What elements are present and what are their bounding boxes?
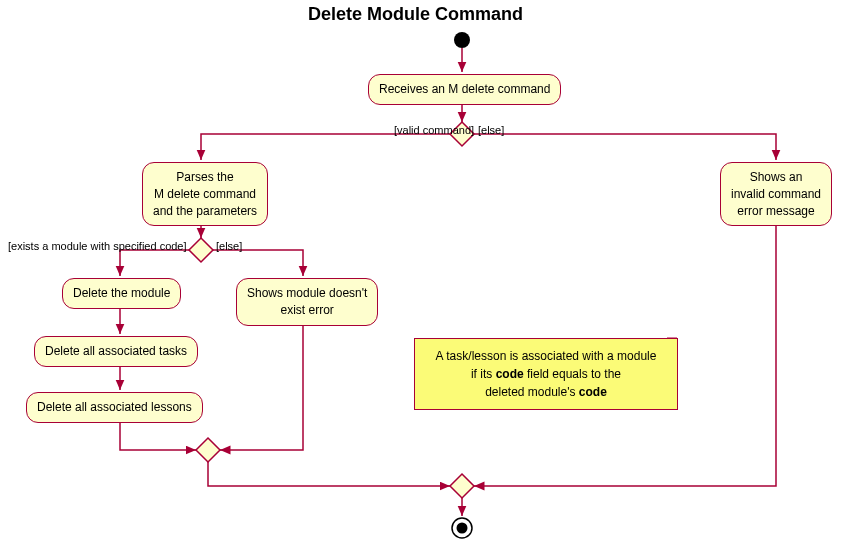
- guard-else-2: [else]: [216, 240, 242, 252]
- noexist-line1: Shows module doesn't: [247, 286, 367, 300]
- parses-line3: and the parameters: [153, 204, 257, 218]
- svg-point-0: [454, 32, 470, 48]
- invalid-line1: Shows an: [750, 170, 803, 184]
- note-l2a: if its: [471, 367, 496, 381]
- svg-marker-8: [196, 438, 220, 462]
- parses-line1: Parses the: [176, 170, 233, 184]
- activity-parses: Parses the M delete command and the para…: [142, 162, 268, 226]
- svg-marker-9: [450, 474, 474, 498]
- diagram-title: Delete Module Command: [308, 4, 523, 25]
- activity-delete-tasks: Delete all associated tasks: [34, 336, 198, 367]
- parses-line2: M delete command: [154, 187, 256, 201]
- note-l3a: deleted module's: [485, 385, 579, 399]
- note-l3-bold: code: [579, 385, 607, 399]
- svg-point-12: [457, 523, 468, 534]
- note-l1: A task/lesson is associated with a modul…: [436, 349, 657, 363]
- activity-delete-lessons: Delete all associated lessons: [26, 392, 203, 423]
- invalid-line2: invalid command: [731, 187, 821, 201]
- note-l2c: field equals to the: [524, 367, 621, 381]
- svg-marker-5: [189, 238, 213, 262]
- noexist-line2: exist error: [281, 303, 334, 317]
- guard-else-1: [else]: [478, 124, 504, 136]
- activity-not-exist-error: Shows module doesn't exist error: [236, 278, 378, 326]
- invalid-line3: error message: [737, 204, 814, 218]
- note-l2-bold: code: [496, 367, 524, 381]
- guard-exists-module: [exists a module with specified code]: [8, 240, 187, 252]
- guard-valid-command: [valid command]: [394, 124, 474, 136]
- activity-delete-module: Delete the module: [62, 278, 181, 309]
- note: A task/lesson is associated with a modul…: [414, 338, 678, 410]
- activity-invalid-error: Shows an invalid command error message: [720, 162, 832, 226]
- activity-receives: Receives an M delete command: [368, 74, 561, 105]
